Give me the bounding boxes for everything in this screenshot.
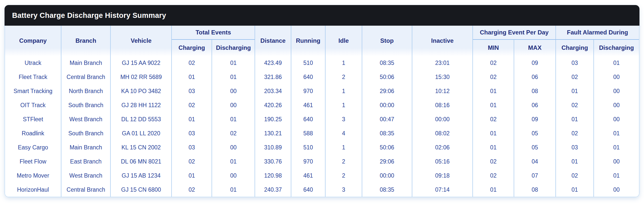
cell-inactive: 23:01 bbox=[412, 56, 473, 70]
cell-charging-event-max: 09 bbox=[514, 112, 556, 126]
cell-total-events-charging: 02 bbox=[172, 183, 212, 197]
cell-total-events-discharging: 00 bbox=[212, 84, 255, 98]
cell-charging-event-max: 04 bbox=[514, 154, 556, 169]
col-header-max: MAX bbox=[514, 40, 556, 56]
cell-distance: 203.34 bbox=[255, 84, 291, 98]
cell-idle: 2 bbox=[326, 169, 362, 183]
cell-vehicle: GJ 15 AA 9022 bbox=[111, 56, 172, 70]
group-header-total-events: Total Events bbox=[172, 26, 255, 40]
col-header-idle: Idle bbox=[326, 26, 362, 56]
cell-fault-discharging: 00 bbox=[594, 70, 639, 84]
cell-distance: 190.25 bbox=[255, 112, 291, 126]
cell-company: HorizonHaul bbox=[5, 183, 61, 197]
cell-vehicle: GJ 15 AB 1234 bbox=[111, 169, 172, 183]
cell-fault-charging: 01 bbox=[556, 84, 594, 98]
table-row: Metro Mover West Branch GJ 15 AB 1234 01… bbox=[5, 169, 639, 183]
cell-running: 640 bbox=[291, 70, 326, 84]
cell-idle: 2 bbox=[326, 154, 362, 169]
cell-company: Fleet Flow bbox=[5, 154, 61, 169]
cell-company: Fleet Track bbox=[5, 70, 61, 84]
cell-fault-discharging: 01 bbox=[594, 140, 639, 154]
cell-inactive: 09:18 bbox=[412, 169, 473, 183]
cell-charging-event-max: 06 bbox=[514, 70, 556, 84]
col-header-vehicle: Vehicle bbox=[111, 26, 172, 56]
cell-distance: 120.98 bbox=[255, 169, 291, 183]
cell-fault-charging: 02 bbox=[556, 70, 594, 84]
cell-charging-event-min: 02 bbox=[473, 56, 514, 70]
cell-total-events-charging: 02 bbox=[172, 98, 212, 112]
table-row: Fleet Flow East Branch DL 06 MN 8021 02 … bbox=[5, 154, 639, 169]
cell-idle: 1 bbox=[326, 84, 362, 98]
cell-total-events-charging: 01 bbox=[172, 70, 212, 84]
cell-company: Metro Mover bbox=[5, 169, 61, 183]
cell-inactive: 08:16 bbox=[412, 98, 473, 112]
cell-running: 640 bbox=[291, 183, 326, 197]
page-title: Battery Charge Discharge History Summary bbox=[12, 11, 166, 20]
col-header-stop: Stop bbox=[362, 26, 412, 56]
cell-total-events-discharging: 00 bbox=[212, 140, 255, 154]
cell-stop: 00:00 bbox=[362, 169, 412, 183]
cell-charging-event-max: 05 bbox=[514, 140, 556, 154]
cell-charging-event-max: 06 bbox=[514, 98, 556, 112]
cell-total-events-charging: 02 bbox=[172, 56, 212, 70]
cell-charging-event-max: 05 bbox=[514, 126, 556, 140]
cell-idle: 1 bbox=[326, 98, 362, 112]
cell-running: 970 bbox=[291, 84, 326, 98]
battery-history-table: Company Branch Vehicle Total Events Dist… bbox=[5, 26, 639, 197]
header-row-groups: Company Branch Vehicle Total Events Dist… bbox=[5, 26, 639, 40]
cell-vehicle: GJ 28 HH 1122 bbox=[111, 98, 172, 112]
cell-fault-discharging: 01 bbox=[594, 169, 639, 183]
cell-distance: 330.76 bbox=[255, 154, 291, 169]
cell-total-events-charging: 03 bbox=[172, 126, 212, 140]
cell-company: Smart Tracking bbox=[5, 84, 61, 98]
cell-stop: 08:35 bbox=[362, 183, 412, 197]
cell-fault-discharging: 00 bbox=[594, 183, 639, 197]
cell-fault-charging: 01 bbox=[556, 183, 594, 197]
cell-charging-event-min: 02 bbox=[473, 169, 514, 183]
cell-stop: 08:35 bbox=[362, 56, 412, 70]
cell-branch: North Branch bbox=[61, 84, 111, 98]
cell-total-events-discharging: 02 bbox=[212, 126, 255, 140]
cell-total-events-charging: 03 bbox=[172, 140, 212, 154]
cell-running: 510 bbox=[291, 140, 326, 154]
cell-stop: 00:47 bbox=[362, 112, 412, 126]
cell-running: 640 bbox=[291, 112, 326, 126]
cell-stop: 08:35 bbox=[362, 126, 412, 140]
cell-branch: West Branch bbox=[61, 169, 111, 183]
cell-inactive: 08:02 bbox=[412, 126, 473, 140]
cell-inactive: 00:00 bbox=[412, 112, 473, 126]
cell-total-events-charging: 03 bbox=[172, 84, 212, 98]
cell-fault-discharging: 00 bbox=[594, 84, 639, 98]
cell-idle: 4 bbox=[326, 126, 362, 140]
cell-inactive: 07:14 bbox=[412, 183, 473, 197]
cell-distance: 240.37 bbox=[255, 183, 291, 197]
table-row: Utrack Main Branch GJ 15 AA 9022 02 01 4… bbox=[5, 56, 639, 70]
cell-idle: 1 bbox=[326, 56, 362, 70]
cell-charging-event-min: 01 bbox=[473, 98, 514, 112]
cell-total-events-discharging: 01 bbox=[212, 112, 255, 126]
cell-branch: Main Branch bbox=[61, 56, 111, 70]
card-title-bar: Battery Charge Discharge History Summary bbox=[5, 5, 639, 26]
cell-branch: Main Branch bbox=[61, 140, 111, 154]
cell-charging-event-max: 09 bbox=[514, 56, 556, 70]
cell-distance: 310.89 bbox=[255, 140, 291, 154]
col-header-running: Running bbox=[291, 26, 326, 56]
cell-total-events-charging: 02 bbox=[172, 154, 212, 169]
cell-fault-charging: 01 bbox=[556, 112, 594, 126]
cell-fault-discharging: 00 bbox=[594, 154, 639, 169]
group-header-charging-event-per-day: Charging Event Per Day bbox=[473, 26, 556, 40]
table-row: Roadlink South Branch GA 01 LL 2020 03 0… bbox=[5, 126, 639, 140]
cell-vehicle: KL 15 CN 2002 bbox=[111, 140, 172, 154]
col-header-fault-charging: Charging bbox=[556, 40, 594, 56]
cell-distance: 420.26 bbox=[255, 98, 291, 112]
cell-total-events-discharging: 00 bbox=[212, 98, 255, 112]
cell-branch: South Branch bbox=[61, 126, 111, 140]
col-header-inactive: Inactive bbox=[412, 26, 473, 56]
cell-total-events-discharging: 01 bbox=[212, 56, 255, 70]
cell-fault-charging: 03 bbox=[556, 56, 594, 70]
cell-fault-charging: 03 bbox=[556, 140, 594, 154]
cell-branch: Central Branch bbox=[61, 70, 111, 84]
cell-idle: 2 bbox=[326, 70, 362, 84]
cell-vehicle: GA 01 LL 2020 bbox=[111, 126, 172, 140]
cell-company: Easy Cargo bbox=[5, 140, 61, 154]
